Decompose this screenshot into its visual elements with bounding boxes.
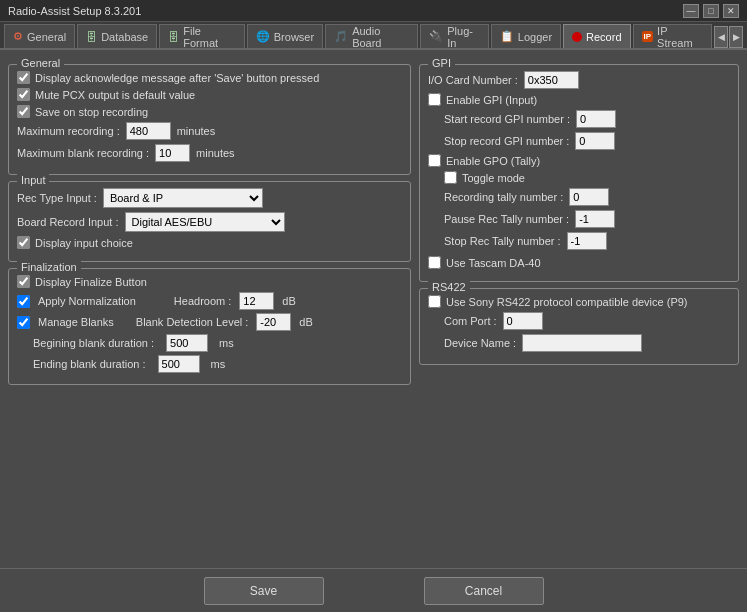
end-blank-label: Ending blank duration : — [33, 358, 146, 370]
database-icon: 🗄 — [86, 31, 97, 43]
device-name-row: Device Name : — [444, 334, 730, 352]
tab-browser[interactable]: 🌐 Browser — [247, 24, 323, 48]
finalization-group: Finalization Display Finalize Button App… — [8, 268, 411, 385]
beg-blank-input[interactable] — [166, 334, 208, 352]
enable-gpo-row: Enable GPO (Tally) — [428, 154, 730, 167]
left-column: General Display acknowledge message afte… — [8, 58, 411, 560]
cb-enable-gpi[interactable] — [428, 93, 441, 106]
bottom-bar: Save Cancel — [0, 568, 747, 612]
cb-finalize-row: Display Finalize Button — [17, 275, 402, 288]
cb-use-sony[interactable] — [428, 295, 441, 308]
enable-gpi-label: Enable GPI (Input) — [446, 94, 537, 106]
toggle-mode-label: Toggle mode — [462, 172, 525, 184]
maximize-button[interactable]: □ — [703, 4, 719, 18]
stop-rec-gpi-row: Stop record GPI number : — [444, 132, 730, 150]
use-tascam-label: Use Tascam DA-40 — [446, 257, 541, 269]
cb-save-on-stop-row: Save on stop recording — [17, 105, 402, 118]
minimize-button[interactable]: — — [683, 4, 699, 18]
device-name-input[interactable] — [522, 334, 642, 352]
com-port-input[interactable] — [503, 312, 543, 330]
headroom-input[interactable] — [239, 292, 274, 310]
pause-tally-label: Pause Rec Tally number : — [444, 213, 569, 225]
end-blank-input[interactable] — [158, 355, 200, 373]
end-blank-unit: ms — [211, 358, 226, 370]
cb-use-tascam[interactable] — [428, 256, 441, 269]
display-input-label: Display input choice — [35, 237, 133, 249]
cancel-button[interactable]: Cancel — [424, 577, 544, 605]
rec-type-select[interactable]: Board & IP Board IP — [103, 188, 263, 208]
tab-audioboard[interactable]: 🎵 Audio Board — [325, 24, 418, 48]
com-port-row: Com Port : — [444, 312, 730, 330]
max-blank-label: Maximum blank recording : — [17, 147, 149, 159]
tab-fileformat[interactable]: 🗄 File Format — [159, 24, 245, 48]
max-blank-unit: minutes — [196, 147, 235, 159]
rec-type-label: Rec Type Input : — [17, 192, 97, 204]
start-rec-gpi-label: Start record GPI number : — [444, 113, 570, 125]
tab-prev-button[interactable]: ◀ — [714, 26, 728, 48]
max-blank-row: Maximum blank recording : minutes — [17, 144, 402, 162]
plugin-icon: 🔌 — [429, 30, 443, 43]
use-tascam-row: Use Tascam DA-40 — [428, 256, 730, 269]
beg-blank-unit: ms — [219, 337, 234, 349]
right-column: GPI I/O Card Number : Enable GPI (Input)… — [419, 58, 739, 560]
stop-tally-label: Stop Rec Tally number : — [444, 235, 561, 247]
cb-manage-blanks[interactable] — [17, 316, 30, 329]
cb-display-ack[interactable] — [17, 71, 30, 84]
end-blank-row: Ending blank duration : ms — [33, 355, 402, 373]
tab-plugin[interactable]: 🔌 Plug-In — [420, 24, 489, 48]
tab-general[interactable]: ⚙ General — [4, 24, 75, 48]
audio-icon: 🎵 — [334, 30, 348, 43]
cb-mute-pcx[interactable] — [17, 88, 30, 101]
cb-display-input[interactable] — [17, 236, 30, 249]
cb-display-ack-label: Display acknowledge message after 'Save'… — [35, 72, 319, 84]
save-button[interactable]: Save — [204, 577, 324, 605]
tab-database[interactable]: 🗄 Database — [77, 24, 157, 48]
rec-type-row: Rec Type Input : Board & IP Board IP — [17, 188, 402, 208]
cb-normalize[interactable] — [17, 295, 30, 308]
enable-gpi-row: Enable GPI (Input) — [428, 93, 730, 106]
com-port-label: Com Port : — [444, 315, 497, 327]
cb-enable-gpo[interactable] — [428, 154, 441, 167]
tab-nav-arrows: ◀ ▶ — [714, 26, 743, 48]
max-rec-input[interactable] — [126, 122, 171, 140]
stop-tally-input[interactable] — [567, 232, 607, 250]
blank-detection-input[interactable] — [256, 313, 291, 331]
pause-tally-input[interactable] — [575, 210, 615, 228]
close-button[interactable]: ✕ — [723, 4, 739, 18]
logger-icon: 📋 — [500, 30, 514, 43]
max-blank-input[interactable] — [155, 144, 190, 162]
cb-save-on-stop-label: Save on stop recording — [35, 106, 148, 118]
display-input-row: Display input choice — [17, 236, 402, 249]
cb-manage-blanks-label: Manage Blanks — [38, 316, 114, 328]
general-group: General Display acknowledge message afte… — [8, 64, 411, 175]
use-sony-label: Use Sony RS422 protocol compatible devic… — [446, 296, 688, 308]
input-group-label: Input — [17, 174, 49, 186]
gpi-group: GPI I/O Card Number : Enable GPI (Input)… — [419, 64, 739, 282]
rec-tally-label: Recording tally number : — [444, 191, 563, 203]
file-icon: 🗄 — [168, 31, 179, 43]
rec-tally-input[interactable] — [569, 188, 609, 206]
cb-finalize[interactable] — [17, 275, 30, 288]
tab-record[interactable]: Record — [563, 24, 630, 48]
pause-tally-row: Pause Rec Tally number : — [444, 210, 730, 228]
cb-mute-pcx-row: Mute PCX output is default value — [17, 88, 402, 101]
blank-detection-label: Blank Detection Level : — [136, 316, 249, 328]
finalization-group-label: Finalization — [17, 261, 81, 273]
tab-ipstream[interactable]: IP IP Stream — [633, 24, 712, 48]
board-rec-label: Board Record Input : — [17, 216, 119, 228]
tab-logger[interactable]: 📋 Logger — [491, 24, 561, 48]
stop-rec-gpi-input[interactable] — [575, 132, 615, 150]
max-recording-row: Maximum recording : minutes — [17, 122, 402, 140]
io-card-input[interactable] — [524, 71, 579, 89]
board-rec-select[interactable]: Digital AES/EBU Analog S/PDIF — [125, 212, 285, 232]
rs422-group-label: RS422 — [428, 281, 470, 293]
window-controls: — □ ✕ — [683, 4, 739, 18]
start-rec-gpi-row: Start record GPI number : — [444, 110, 730, 128]
titlebar: Radio-Assist Setup 8.3.201 — □ ✕ — [0, 0, 747, 22]
cb-save-on-stop[interactable] — [17, 105, 30, 118]
headroom-label: Headroom : — [174, 295, 231, 307]
cb-toggle-mode[interactable] — [444, 171, 457, 184]
tab-next-button[interactable]: ▶ — [729, 26, 743, 48]
record-dot-icon — [572, 32, 582, 42]
start-rec-gpi-input[interactable] — [576, 110, 616, 128]
